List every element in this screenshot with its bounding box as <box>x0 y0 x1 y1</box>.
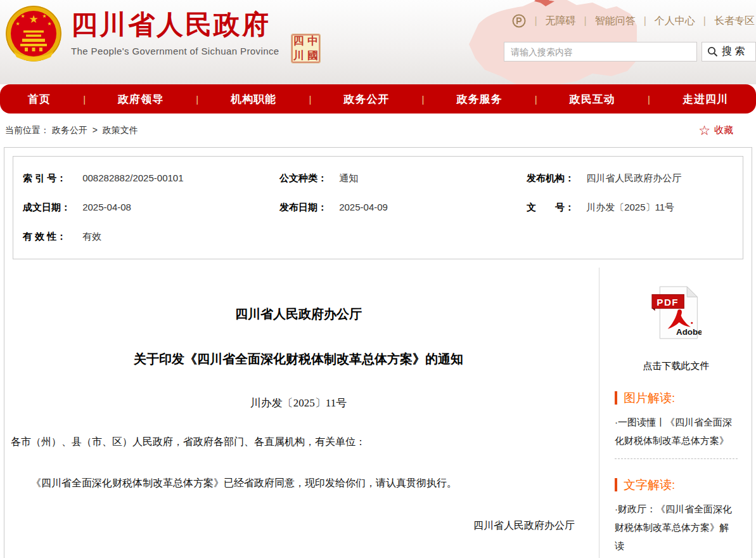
search-bar: 搜 索 <box>504 42 756 62</box>
quick-link-senior-zone[interactable]: 长者专区 <box>714 15 755 28</box>
meta-validity: 有 效 性： 有效 <box>23 231 279 243</box>
doc-body-paragraph: 《四川省全面深化财税体制改革总体方案》已经省政府同意，现印发给你们，请认真贯彻执… <box>11 477 586 490</box>
doc-number: 川办发〔2025〕11号 <box>11 396 586 410</box>
favorite-button[interactable]: ☆ 收藏 <box>698 124 733 137</box>
svg-text:★: ★ <box>29 13 38 25</box>
site-subtitle: The People's Government of Sichuan Provi… <box>71 46 279 56</box>
china-sichuan-seal-icon: 四 中 川 國 <box>291 34 321 63</box>
divider: | <box>534 15 537 27</box>
page: ★ ★ ★ ★ ★ 四川省人民政府 The People's Governmen… <box>0 0 756 558</box>
quick-links: | 无障碍 | 智能问答 | 个人中心 | 长者专区 <box>512 14 755 28</box>
document-article: 四川省人民政府办公厅 关于印发《四川省全面深化财税体制改革总体方案》的通知 川办… <box>4 268 599 558</box>
sidebar: PDF Adobe 点击下载此文件 图片解读: ·一图读懂丨《四川省全面深化财税… <box>599 268 752 558</box>
breadcrumb-prefix: 当前位置： <box>5 125 49 135</box>
svg-text:★: ★ <box>42 13 46 19</box>
pdf-file-icon: PDF Adobe <box>651 285 702 340</box>
national-emblem-icon: ★ ★ ★ ★ ★ <box>5 4 62 63</box>
favorite-label: 收藏 <box>714 124 733 136</box>
text-interpretation-link[interactable]: ·财政厅：《四川省全面深化财税体制改革总体方案》解读 <box>615 500 738 555</box>
pdf-banner-label: PDF <box>657 297 679 308</box>
star-icon: ☆ <box>698 124 710 137</box>
download-file-link[interactable]: 点击下载此文件 <box>615 360 738 372</box>
main-nav: 首页 | 政府领导 | 机构职能 | 政务公开 | 政务服务 | 政民互动 | … <box>0 84 756 114</box>
breadcrumb: 当前位置： 政务公开 > 政策文件 <box>5 125 138 136</box>
accessibility-icon[interactable] <box>512 14 526 28</box>
meta-document-type: 公文种类： 通知 <box>279 172 527 185</box>
svg-text:★: ★ <box>15 21 20 27</box>
breadcrumb-separator: > <box>93 125 98 135</box>
divider: | <box>422 94 425 105</box>
divider: | <box>83 94 86 105</box>
divider: | <box>584 15 587 27</box>
site-brand: 四川省人民政府 The People's Government of Sichu… <box>71 7 279 56</box>
search-input[interactable] <box>504 42 697 62</box>
section-heading-image-interpretation: 图片解读: <box>615 391 738 405</box>
doc-salutation: 各市（州）、县（市、区）人民政府，省政府各部门、各直属机构，有关单位： <box>11 436 586 449</box>
nav-item-institutional-functions[interactable]: 机构职能 <box>231 92 276 107</box>
quick-link-smart-qa[interactable]: 智能问答 <box>595 15 636 28</box>
divider: | <box>703 15 706 27</box>
doc-title: 关于印发《四川省全面深化财税体制改革总体方案》的通知 <box>11 351 586 368</box>
meta-index-number: 索 引 号： 008282882/2025-00101 <box>23 172 279 185</box>
meta-publish-date: 发布日期： 2025-04-09 <box>279 202 527 214</box>
meta-issuing-agency: 发布机构： 四川省人民政府办公厅 <box>527 172 743 185</box>
svg-text:★: ★ <box>47 21 51 27</box>
content-wrap: 四川省人民政府办公厅 关于印发《四川省全面深化财税体制改革总体方案》的通知 川办… <box>4 268 752 558</box>
seal-char: 中 <box>306 34 321 48</box>
divider <box>615 458 738 459</box>
divider: | <box>648 94 650 105</box>
divider: | <box>196 94 198 105</box>
image-interpretation-link[interactable]: ·一图读懂丨《四川省全面深化财税体制改革总体方案》 <box>615 413 738 450</box>
nav-item-government-leaders[interactable]: 政府领导 <box>118 92 163 107</box>
nav-item-government-affairs-disclosure[interactable]: 政务公开 <box>343 92 389 107</box>
site-header: ★ ★ ★ ★ ★ 四川省人民政府 The People's Governmen… <box>0 0 756 84</box>
seal-char: 四 <box>292 34 306 48</box>
breadcrumb-link-policy-documents[interactable]: 政策文件 <box>103 125 138 135</box>
meta-written-date: 成文日期： 2025-04-08 <box>23 202 279 214</box>
image-interpretation-section: 图片解读: ·一图读懂丨《四川省全面深化财税体制改革总体方案》 <box>615 391 738 459</box>
quick-link-accessibility[interactable]: 无障碍 <box>546 15 576 28</box>
doc-signature-org: 四川省人民政府办公厅 <box>11 519 586 533</box>
site-title: 四川省人民政府 <box>71 7 279 42</box>
meta-document-number: 文 号： 川办发〔2025〕11号 <box>527 202 743 214</box>
svg-text:★: ★ <box>20 13 25 19</box>
divider: | <box>644 15 646 27</box>
document-container: 索 引 号： 008282882/2025-00101 公文种类： 通知 发布机… <box>4 147 752 558</box>
divider: | <box>535 94 537 105</box>
pdf-brand-label: Adobe <box>676 327 702 337</box>
document-meta-table: 索 引 号： 008282882/2025-00101 公文种类： 通知 发布机… <box>13 156 743 259</box>
nav-item-government-services[interactable]: 政务服务 <box>457 92 503 107</box>
seal-char: 國 <box>306 49 321 63</box>
text-interpretation-section: 文字解读: ·财政厅：《四川省全面深化财税体制改革总体方案》解读 <box>615 478 738 558</box>
breadcrumb-row: 当前位置： 政务公开 > 政策文件 ☆ 收藏 <box>0 114 756 147</box>
divider: | <box>309 94 311 105</box>
doc-org-title: 四川省人民政府办公厅 <box>11 306 586 323</box>
search-button-label: 搜 索 <box>722 45 745 58</box>
seal-char: 川 <box>292 49 306 63</box>
nav-item-public-interaction[interactable]: 政民互动 <box>570 92 615 107</box>
search-icon <box>707 46 718 57</box>
nav-item-home[interactable]: 首页 <box>28 92 51 107</box>
search-button[interactable]: 搜 索 <box>702 42 756 62</box>
breadcrumb-link-disclosure[interactable]: 政务公开 <box>52 125 87 135</box>
quick-link-personal-center[interactable]: 个人中心 <box>655 15 695 28</box>
section-heading-text-interpretation: 文字解读: <box>615 478 738 491</box>
nav-item-about-sichuan[interactable]: 走进四川 <box>682 92 728 107</box>
pdf-download-button[interactable]: PDF Adobe <box>615 285 738 342</box>
